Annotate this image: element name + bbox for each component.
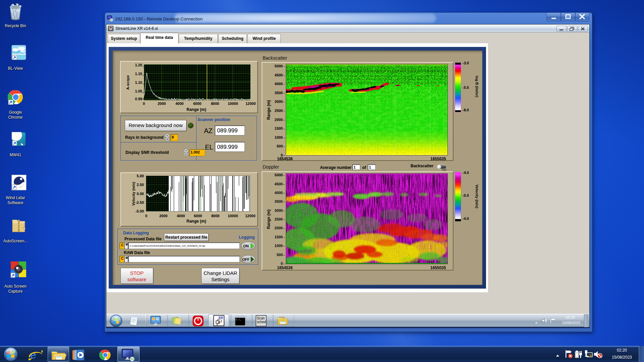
svg-text:C:\_: C:\_	[236, 318, 242, 321]
svg-text:Scan: Scan	[257, 316, 265, 320]
svg-text:sched: sched	[257, 320, 266, 324]
svg-text:OFF: OFF	[242, 257, 250, 261]
svg-text:XR: XR	[218, 316, 223, 320]
svg-text:ON: ON	[243, 244, 249, 248]
